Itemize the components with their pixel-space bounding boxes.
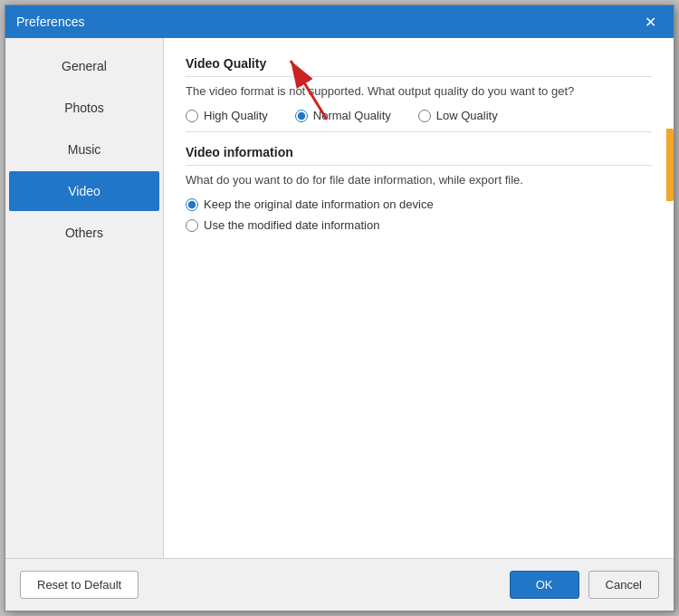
right-accent-bar (666, 129, 674, 201)
video-info-options: Keep the original date information on de… (186, 197, 652, 232)
sidebar-item-general[interactable]: General (9, 46, 159, 86)
radio-high-quality[interactable]: High Quality (186, 109, 268, 122)
radio-normal-quality[interactable]: Normal Quality (295, 109, 391, 122)
radio-low-quality-input[interactable] (418, 110, 431, 122)
sidebar-item-others[interactable]: Others (9, 213, 159, 253)
radio-normal-quality-label: Normal Quality (313, 109, 391, 122)
video-info-desc: What do you want to do for file date inf… (186, 173, 652, 187)
footer-actions: OK Cancel (510, 571, 659, 599)
cancel-button[interactable]: Cancel (588, 571, 659, 599)
dialog-title: Preferences (16, 14, 84, 29)
close-button[interactable]: ✕ (637, 9, 663, 34)
radio-high-quality-label: High Quality (204, 109, 268, 122)
radio-low-quality[interactable]: Low Quality (418, 109, 498, 122)
radio-use-modified[interactable]: Use the modified date information (186, 218, 652, 232)
title-bar: Preferences ✕ (5, 5, 674, 38)
radio-use-modified-label: Use the modified date information (204, 218, 379, 232)
dialog-footer: Reset to Default OK Cancel (5, 558, 674, 611)
radio-use-modified-input[interactable] (186, 219, 198, 232)
sidebar-item-music[interactable]: Music (9, 130, 159, 169)
radio-keep-original-input[interactable] (186, 198, 198, 211)
video-quality-desc: The video format is not supported. What … (186, 84, 652, 98)
radio-high-quality-input[interactable] (186, 110, 198, 122)
sidebar-item-video[interactable]: Video (9, 171, 159, 211)
section-divider (186, 131, 652, 132)
video-quality-title: Video Quality (186, 56, 652, 77)
dialog-body: General Photos Music Video Others (5, 38, 674, 558)
radio-low-quality-label: Low Quality (436, 109, 498, 122)
radio-normal-quality-input[interactable] (295, 110, 308, 122)
radio-keep-original-label: Keep the original date information on de… (204, 197, 434, 211)
preferences-dialog: Preferences ✕ General Photos Music Video… (5, 5, 674, 611)
sidebar: General Photos Music Video Others (5, 38, 164, 558)
reset-button[interactable]: Reset to Default (20, 571, 139, 599)
ok-button[interactable]: OK (510, 571, 579, 599)
main-content: Video Quality The video format is not su… (164, 38, 674, 558)
sidebar-item-photos[interactable]: Photos (9, 88, 159, 128)
video-quality-options: High Quality Normal Quality Low Quality (186, 109, 652, 122)
video-info-title: Video information (186, 145, 652, 166)
radio-keep-original[interactable]: Keep the original date information on de… (186, 197, 652, 211)
